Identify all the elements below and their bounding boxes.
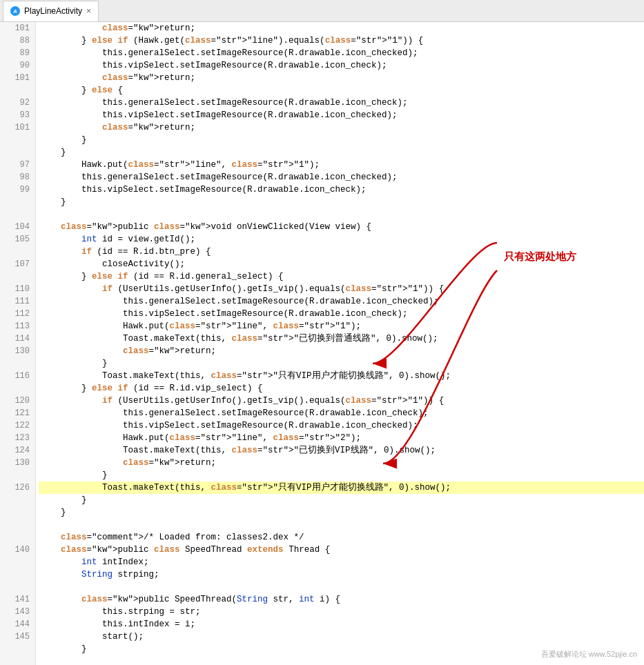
- code-line: }: [39, 494, 644, 506]
- line-number: [0, 84, 35, 97]
- line-number: 93: [0, 109, 35, 121]
- code-line: [39, 519, 644, 531]
- code-line: } else if (id == R.id.general_select) {: [39, 270, 644, 283]
- code-line: }: [39, 146, 644, 159]
- line-number: 112: [0, 308, 35, 320]
- line-number: 140: [0, 544, 35, 556]
- code-line: int intIndex;: [39, 556, 644, 568]
- line-number: 122: [0, 419, 35, 432]
- line-number: 104: [0, 221, 35, 233]
- line-numbers: 1018889901019293101979899104105107110111…: [0, 22, 36, 665]
- code-line: Hawk.put(class="str">"line", class="str"…: [39, 432, 644, 444]
- code-line: this.vipSelect.setImageResource(R.drawab…: [39, 308, 644, 320]
- line-number: [0, 506, 35, 519]
- line-number: [0, 134, 35, 146]
- code-line: this.generalSelect.setImageResource(R.dr…: [39, 295, 644, 308]
- code-line: } else if (Hawk.get(class="str">"line").…: [39, 34, 644, 47]
- code-line: this.strping = str;: [39, 606, 644, 618]
- line-number: 124: [0, 444, 35, 457]
- line-number: [0, 643, 35, 655]
- line-number: [0, 246, 35, 258]
- code-line: class="kw">return;: [39, 22, 644, 34]
- line-number: [0, 382, 35, 395]
- tab-close-button[interactable]: ×: [86, 6, 91, 16]
- line-number: 121: [0, 407, 35, 419]
- line-number: 116: [0, 370, 35, 382]
- line-number: [0, 270, 35, 283]
- line-number: 113: [0, 320, 35, 332]
- code-line: Hawk.put(class="str">"line", class="str"…: [39, 320, 644, 332]
- line-number: 97: [0, 159, 35, 171]
- code-line: }: [39, 196, 644, 208]
- code-line: this.intIndex = i;: [39, 618, 644, 631]
- line-number: 110: [0, 283, 35, 295]
- code-line: Hawk.put(class="str">"line", class="str"…: [39, 159, 644, 171]
- code-line: Toast.makeText(this, class="str">"只有VIP用…: [39, 370, 644, 382]
- line-number: [0, 469, 35, 482]
- line-number: 88: [0, 34, 35, 47]
- code-content[interactable]: class="kw">return; } else if (Hawk.get(c…: [36, 22, 644, 665]
- line-number: 101: [0, 121, 35, 134]
- code-line: class="kw">return;: [39, 457, 644, 469]
- code-line: this.vipSelect.setImageResource(R.drawab…: [39, 59, 644, 72]
- line-number: 145: [0, 631, 35, 643]
- line-number: 130: [0, 457, 35, 469]
- code-line: if (UserUtils.getUserInfo().getIs_vip().…: [39, 395, 644, 407]
- line-number: 126: [0, 482, 35, 494]
- line-number: [0, 146, 35, 159]
- line-number: 90: [0, 59, 35, 72]
- code-line: class="kw">return;: [39, 121, 644, 134]
- code-line: } else if (id == R.id.vip_select) {: [39, 382, 644, 395]
- line-number: 144: [0, 618, 35, 631]
- code-line: Toast.makeText(this, class="str">"已切换到普通…: [39, 332, 644, 345]
- code-area: 1018889901019293101979899104105107110111…: [0, 22, 644, 665]
- line-number: 99: [0, 183, 35, 196]
- line-number: 101: [0, 22, 35, 34]
- code-line: class="kw">public class="kw">void onView…: [39, 221, 644, 233]
- code-line: }: [39, 469, 644, 482]
- code-line: [39, 208, 644, 221]
- line-number: 107: [0, 258, 35, 270]
- line-number: [0, 357, 35, 370]
- line-number: [0, 581, 35, 593]
- line-number: [0, 494, 35, 506]
- code-line: class="kw">return;: [39, 72, 644, 84]
- code-line: Toast.makeText(this, class="str">"已切换到VI…: [39, 444, 644, 457]
- code-line: this.vipSelect.setImageResource(R.drawab…: [39, 183, 644, 196]
- code-line: if (UserUtils.getUserInfo().getIs_vip().…: [39, 283, 644, 295]
- line-number: 92: [0, 97, 35, 109]
- line-number: [0, 655, 35, 665]
- code-line: this.vipSelect.setImageResource(R.drawab…: [39, 109, 644, 121]
- code-line: class="kw">public SpeedThread(String str…: [39, 593, 644, 606]
- code-line: class="kw">public class SpeedThread exte…: [39, 544, 644, 556]
- tab-icon: A: [10, 6, 20, 16]
- line-number: 98: [0, 171, 35, 183]
- tab-title: PlayLineActivity: [24, 6, 82, 16]
- editor-container: A PlayLineActivity × 1018889901019293101…: [0, 0, 644, 665]
- line-number: [0, 531, 35, 544]
- line-number: 114: [0, 332, 35, 345]
- code-line: this.generalSelect.setImageResource(R.dr…: [39, 407, 644, 419]
- code-line: }: [39, 134, 644, 146]
- tab-bar: A PlayLineActivity ×: [0, 0, 644, 22]
- code-line: class="kw">return;: [39, 345, 644, 357]
- line-number: [0, 568, 35, 581]
- code-line: if (id == R.id.btn_pre) {: [39, 246, 644, 258]
- line-number: 105: [0, 233, 35, 246]
- line-number: 123: [0, 432, 35, 444]
- line-number: 143: [0, 606, 35, 618]
- line-number: 141: [0, 593, 35, 606]
- code-line: String strping;: [39, 568, 644, 581]
- editor-tab[interactable]: A PlayLineActivity ×: [3, 1, 99, 21]
- line-number: [0, 208, 35, 221]
- code-line: }: [39, 506, 644, 519]
- code-line: [39, 581, 644, 593]
- code-line: this.generalSelect.setImageResource(R.dr…: [39, 47, 644, 59]
- code-line: }: [39, 357, 644, 370]
- line-number: 101: [0, 72, 35, 84]
- code-line: class="comment">/* Loaded from: classes2…: [39, 531, 644, 544]
- code-line: int id = view.getId();: [39, 233, 644, 246]
- line-number: [0, 556, 35, 568]
- line-number: [0, 519, 35, 531]
- code-line: this.generalSelect.setImageResource(R.dr…: [39, 171, 644, 183]
